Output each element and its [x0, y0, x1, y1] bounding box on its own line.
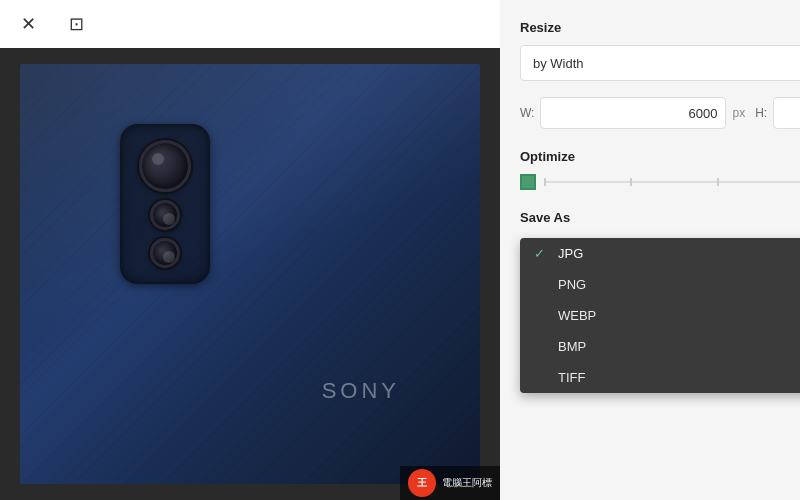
format-label-png: PNG	[558, 277, 586, 292]
watermark: 王 電腦王阿標	[400, 466, 500, 500]
format-label-webp: WEBP	[558, 308, 596, 323]
close-button[interactable]: ✕	[12, 8, 44, 40]
optimize-label: Optimize	[520, 149, 800, 164]
format-option-jpg[interactable]: ✓ JPG	[520, 238, 800, 269]
camera-module	[120, 124, 210, 284]
height-label: H:	[755, 106, 767, 120]
optimize-section: Optimize	[520, 149, 800, 190]
crop-button[interactable]: ⊡	[60, 8, 92, 40]
image-container: SONY	[0, 48, 500, 500]
save-as-label: Save As	[520, 210, 800, 225]
format-dropdown: ✓ JPG PNG WEBP BMP TIFF	[520, 238, 800, 393]
resize-label: Resize	[520, 20, 800, 35]
watermark-logo: 王	[408, 469, 436, 497]
width-group: W: px	[520, 97, 745, 129]
width-label: W:	[520, 106, 534, 120]
height-group: H: px	[755, 97, 800, 129]
format-label-bmp: BMP	[558, 339, 586, 354]
width-unit: px	[732, 106, 745, 120]
format-option-tiff[interactable]: TIFF	[520, 362, 800, 393]
image-panel: ✕ ⊡ SONY 王 電腦王阿標	[0, 0, 500, 500]
format-option-png[interactable]: PNG	[520, 269, 800, 300]
height-input[interactable]	[773, 97, 800, 129]
optimize-slider-track[interactable]	[544, 181, 800, 183]
format-label-tiff: TIFF	[558, 370, 585, 385]
camera-bump	[120, 124, 210, 284]
check-icon: ✓	[534, 246, 548, 261]
camera-lens-3	[150, 238, 180, 268]
width-input[interactable]	[540, 97, 726, 129]
resize-dropdown-value: by Width	[533, 56, 584, 71]
save-as-section: Save As ✓ JPG PNG WEBP BMP TIFF	[520, 210, 800, 235]
phone-image: SONY	[20, 64, 480, 484]
dimensions-row: W: px H: px	[520, 97, 800, 129]
format-label-jpg: JPG	[558, 246, 583, 261]
optimize-slider-container	[520, 174, 800, 190]
camera-lens-1	[139, 140, 191, 192]
camera-lens-2	[150, 200, 180, 230]
resize-dropdown[interactable]: by Width ▾	[520, 45, 800, 81]
format-option-webp[interactable]: WEBP	[520, 300, 800, 331]
resize-section: Resize by Width ▾	[520, 20, 800, 81]
watermark-label: 電腦王阿標	[442, 476, 492, 490]
format-option-bmp[interactable]: BMP	[520, 331, 800, 362]
right-panel: Resize by Width ▾ W: px H: px Optimize	[500, 0, 800, 500]
brand-text: SONY	[322, 378, 400, 404]
image-toolbar: ✕ ⊡	[0, 0, 500, 48]
optimize-slider-handle[interactable]	[520, 174, 536, 190]
